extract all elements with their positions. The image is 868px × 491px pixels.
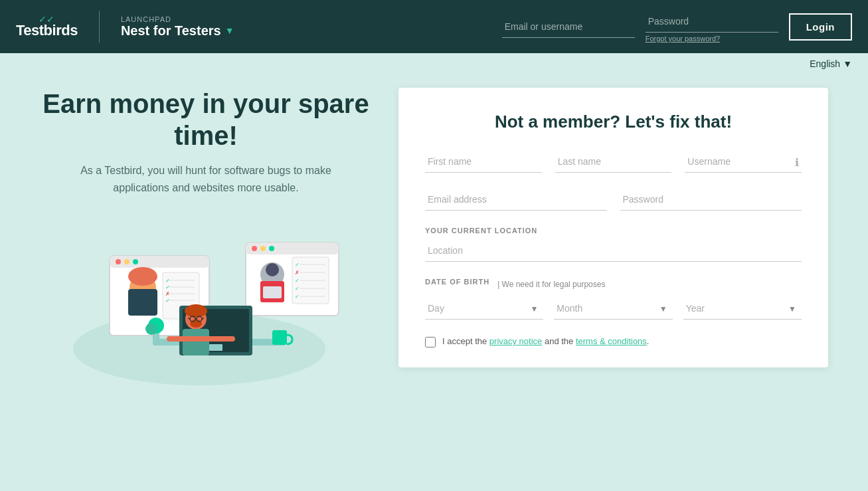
registration-form: Not a member? Let's fix that! ℹ bbox=[398, 88, 828, 367]
svg-line-47 bbox=[188, 318, 190, 319]
form-password-input[interactable] bbox=[620, 189, 802, 211]
svg-point-22 bbox=[269, 246, 274, 251]
hero-title: Earn money in your spare time! bbox=[40, 88, 372, 151]
username-field: ℹ bbox=[685, 151, 802, 173]
svg-line-48 bbox=[202, 318, 204, 319]
main-content: Earn money in your spare time! As a Test… bbox=[0, 74, 868, 409]
svg-point-7 bbox=[128, 267, 157, 286]
dob-section: DATE OF BIRTH | We need it for legal pur… bbox=[425, 278, 802, 320]
username-input[interactable] bbox=[685, 151, 802, 173]
svg-rect-8 bbox=[128, 289, 157, 316]
svg-rect-53 bbox=[272, 330, 287, 345]
svg-point-43 bbox=[185, 304, 207, 318]
illustration: ✓ ✓ ✗ ✓ ✓ ✗ ✓ ✓ bbox=[66, 216, 345, 389]
dob-label: DATE OF BIRTH bbox=[425, 278, 489, 286]
logo-text: Testbirds bbox=[16, 22, 78, 39]
nav-right: Forgot your password? Login bbox=[502, 11, 852, 43]
username-info-icon[interactable]: ℹ bbox=[795, 156, 799, 169]
svg-point-56 bbox=[145, 323, 157, 335]
first-name-field bbox=[425, 151, 542, 173]
language-bar: English ▼ bbox=[0, 53, 868, 74]
svg-text:✓: ✓ bbox=[165, 298, 170, 304]
terms-conditions-link[interactable]: terms & conditions bbox=[576, 336, 647, 346]
language-selector[interactable]: English ▼ bbox=[810, 58, 852, 69]
svg-point-4 bbox=[124, 259, 130, 264]
password-wrap: Forgot your password? bbox=[646, 11, 778, 43]
language-dropdown-icon: ▼ bbox=[843, 58, 852, 69]
svg-point-44 bbox=[190, 320, 202, 328]
dob-note: | We need it for legal purposes bbox=[497, 280, 605, 289]
day-select[interactable]: Day bbox=[425, 298, 543, 320]
svg-text:✗: ✗ bbox=[295, 270, 300, 276]
dob-header: DATE OF BIRTH | We need it for legal pur… bbox=[425, 278, 802, 291]
brand-info: LAUNCHPAD Nest for Testers ▼ bbox=[121, 15, 234, 39]
svg-rect-50 bbox=[183, 329, 209, 355]
location-section-label: YOUR CURRENT LOCATION bbox=[425, 227, 802, 235]
email-password-row bbox=[425, 189, 802, 211]
last-name-input[interactable] bbox=[555, 151, 672, 173]
svg-text:✓: ✓ bbox=[295, 294, 300, 300]
month-select[interactable]: Month bbox=[554, 298, 672, 320]
logo-mark: ✓✓ Testbirds bbox=[16, 14, 78, 39]
privacy-notice-link[interactable]: privacy notice bbox=[489, 336, 542, 346]
nest-for-testers-label: Nest for Testers ▼ bbox=[121, 23, 234, 39]
checkbox-text-after: . bbox=[647, 336, 650, 346]
month-select-wrap: Month ▼ bbox=[554, 298, 672, 320]
svg-point-3 bbox=[116, 259, 121, 264]
terms-checkbox-row: I accept the privacy notice and the term… bbox=[425, 336, 802, 347]
svg-point-24 bbox=[266, 263, 279, 276]
checkbox-text-before: I accept the bbox=[442, 336, 489, 346]
year-select[interactable]: Year bbox=[683, 298, 802, 320]
email-field bbox=[425, 189, 607, 211]
hero-subtitle: As a Testbird, you will hunt for softwar… bbox=[73, 162, 339, 196]
svg-point-5 bbox=[133, 259, 138, 264]
location-field bbox=[425, 240, 802, 262]
form-title: Not a member? Let's fix that! bbox=[425, 112, 802, 132]
day-select-wrap: Day ▼ bbox=[425, 298, 543, 320]
last-name-field bbox=[555, 151, 672, 173]
location-section: YOUR CURRENT LOCATION bbox=[425, 227, 802, 262]
svg-text:✓: ✓ bbox=[295, 262, 300, 268]
svg-text:✓: ✓ bbox=[295, 278, 300, 284]
left-side: Earn money in your spare time! As a Test… bbox=[40, 88, 372, 389]
forgot-password-link[interactable]: Forgot your password? bbox=[646, 35, 778, 43]
svg-text:✓: ✓ bbox=[165, 284, 170, 290]
brand-dropdown-arrow-icon[interactable]: ▼ bbox=[225, 25, 234, 36]
password-input[interactable] bbox=[646, 11, 778, 33]
email-input[interactable] bbox=[425, 189, 607, 211]
terms-checkbox[interactable] bbox=[425, 337, 436, 347]
svg-rect-19 bbox=[246, 243, 339, 254]
email-username-input[interactable] bbox=[502, 16, 635, 38]
svg-rect-41 bbox=[209, 344, 222, 351]
launchpad-label: LAUNCHPAD bbox=[121, 15, 234, 23]
svg-text:✗: ✗ bbox=[165, 291, 170, 297]
svg-text:✓: ✓ bbox=[295, 286, 300, 292]
navbar: ✓✓ Testbirds LAUNCHPAD Nest for Testers … bbox=[0, 0, 868, 53]
nav-divider bbox=[99, 11, 100, 43]
checkbox-text-middle: and the bbox=[542, 336, 576, 346]
language-label: English bbox=[810, 58, 840, 69]
dob-selects: Day ▼ Month ▼ Year ▼ bbox=[425, 298, 802, 320]
location-input[interactable] bbox=[425, 240, 802, 262]
svg-point-21 bbox=[260, 246, 266, 251]
name-row: ℹ bbox=[425, 151, 802, 173]
svg-point-20 bbox=[252, 246, 257, 251]
first-name-input[interactable] bbox=[425, 151, 542, 173]
terms-label: I accept the privacy notice and the term… bbox=[442, 336, 649, 347]
login-button[interactable]: Login bbox=[789, 13, 852, 41]
svg-rect-26 bbox=[263, 286, 282, 298]
year-select-wrap: Year ▼ bbox=[683, 298, 802, 320]
password-field bbox=[620, 189, 802, 211]
brand-area: ✓✓ Testbirds LAUNCHPAD Nest for Testers … bbox=[16, 11, 234, 43]
svg-text:✓: ✓ bbox=[165, 278, 170, 284]
